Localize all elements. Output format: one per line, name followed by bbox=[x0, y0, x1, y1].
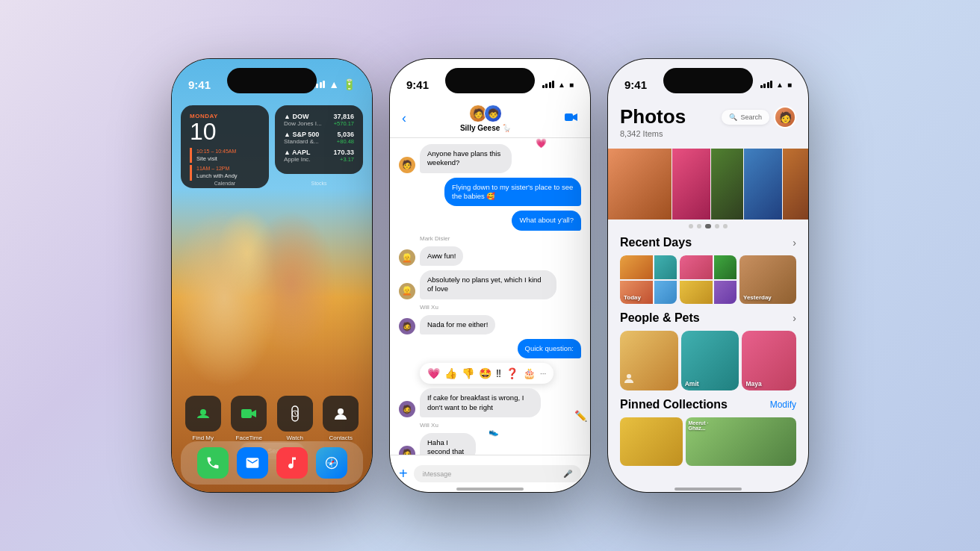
recent-days-title: Recent Days bbox=[620, 236, 692, 249]
recent-multi-2[interactable] bbox=[680, 255, 736, 304]
mic-button[interactable]: 🎤 bbox=[563, 470, 572, 478]
people-pets-arrow[interactable]: › bbox=[793, 312, 796, 324]
phone-home: 9:41 ▲ 🔋 MONDAY 10 bbox=[172, 59, 372, 492]
back-button[interactable]: ‹ bbox=[402, 110, 406, 126]
pinned-1[interactable] bbox=[620, 417, 683, 466]
photos-search-button[interactable]: 🔍 Search bbox=[722, 110, 769, 125]
emoji-wow[interactable]: 🤩 bbox=[479, 367, 491, 379]
pinned-row: Meerut ·Ghaz... bbox=[620, 417, 796, 466]
sender-name-2: Will Xu bbox=[420, 304, 581, 311]
hero-photo-2 bbox=[672, 149, 710, 220]
tapback-1: 💗 bbox=[536, 138, 547, 149]
avatar-will2: 🧔 bbox=[399, 401, 415, 417]
avatar-will3: 🧔 bbox=[399, 446, 415, 455]
imessage-input[interactable]: iMessage 🎤 bbox=[414, 465, 581, 482]
sender-name-3: Will Xu bbox=[420, 422, 581, 429]
avatar-msg1: 🧑 bbox=[399, 157, 415, 173]
emoji-cake[interactable]: 🎂 bbox=[523, 367, 536, 379]
calendar-widget[interactable]: MONDAY 10 10:15 – 10:45AM Site visit 11A… bbox=[181, 105, 269, 188]
svg-rect-1 bbox=[241, 409, 252, 418]
status-time-home: 9:41 bbox=[188, 78, 211, 91]
mini-5 bbox=[680, 255, 713, 279]
messages-body: 🧑 Anyone have plans this weekend? 💗 Flyi… bbox=[390, 138, 590, 455]
msg-row-4: 👱 Aww fun! bbox=[399, 246, 581, 266]
recent-days-grid: Today Yesterday bbox=[620, 255, 796, 304]
mini-8 bbox=[714, 281, 736, 305]
people-amit[interactable]: Amit bbox=[681, 331, 739, 390]
bubble-wrapper-9: Haha I second that 👟 bbox=[420, 433, 494, 455]
dock-mail[interactable] bbox=[237, 447, 268, 479]
dock-safari[interactable] bbox=[316, 447, 347, 479]
hero-photo-3 bbox=[711, 149, 743, 220]
signal-icon-msg bbox=[542, 81, 555, 88]
recent-today[interactable]: Today bbox=[620, 255, 677, 304]
wifi-icon: ▲ bbox=[329, 78, 339, 90]
dock-music[interactable] bbox=[276, 447, 308, 479]
emoji-question[interactable]: ❓ bbox=[506, 367, 518, 379]
emoji-thumbsdown[interactable]: 👎 bbox=[462, 367, 474, 379]
cal-event-1: 10:15 – 10:45AM Site visit bbox=[190, 148, 260, 163]
modify-button[interactable]: Modify bbox=[770, 399, 796, 410]
group-people-icon bbox=[623, 373, 635, 387]
signal-icon-photos bbox=[760, 81, 773, 88]
svg-point-5 bbox=[338, 408, 344, 414]
bubble-wrapper-1: Anyone have plans this weekend? 💗 bbox=[420, 144, 542, 173]
stocks-label: Stocks bbox=[275, 181, 363, 188]
mini-4 bbox=[654, 281, 677, 305]
people-pets-header: People & Pets › bbox=[620, 311, 796, 325]
people-grid: Amit Maya bbox=[620, 331, 796, 390]
emoji-more[interactable]: ··· bbox=[540, 370, 546, 378]
msg-row-1: 🧑 Anyone have plans this weekend? 💗 bbox=[399, 144, 581, 173]
bubble-5: Absolutely no plans yet, which I kind of… bbox=[420, 270, 556, 299]
app-contacts[interactable]: Contacts bbox=[322, 396, 361, 441]
bubble-2: Flying down to my sister's place to see … bbox=[444, 178, 581, 207]
avatar-mark: 👱 bbox=[399, 249, 415, 266]
avatar-mark2: 👱 bbox=[399, 283, 415, 299]
emoji-exclaim[interactable]: ‼️ bbox=[496, 367, 501, 379]
maya-name: Maya bbox=[745, 380, 761, 387]
stocks-widget[interactable]: ▲ DOW Dow Jones I... 37,816 +570.17 bbox=[275, 105, 363, 188]
recent-multi2-inner bbox=[680, 255, 736, 304]
messages-header: ‹ 🧑 🧒 Silly Geese 🪿 bbox=[390, 99, 590, 138]
messages-plus-button[interactable]: + bbox=[399, 465, 408, 482]
wifi-photos: ▲ bbox=[776, 81, 784, 89]
profile-avatar[interactable]: 🧑 bbox=[774, 106, 796, 128]
imessage-placeholder: iMessage bbox=[423, 470, 452, 478]
bubble-9: Haha I second that bbox=[420, 433, 476, 455]
msg-row-3: What about y'all? bbox=[399, 211, 581, 230]
pinned-2[interactable]: Meerut ·Ghaz... bbox=[686, 417, 796, 466]
dynamic-island bbox=[227, 68, 317, 93]
app-watch[interactable]: Watch bbox=[276, 396, 314, 441]
group-name: Silly Geese 🪿 bbox=[460, 124, 511, 132]
messages-input-bar: + iMessage 🎤 bbox=[390, 455, 590, 492]
people-group-card[interactable] bbox=[620, 331, 678, 390]
app-findmy[interactable]: Find My bbox=[184, 396, 223, 441]
stock-sp500: ▲ S&P 500 Standard &... 5,036 +80.48 bbox=[284, 131, 354, 145]
video-call-button[interactable] bbox=[565, 112, 578, 125]
widgets-row: MONDAY 10 10:15 – 10:45AM Site visit 11A… bbox=[181, 105, 363, 188]
recent-days-header: Recent Days › bbox=[620, 236, 796, 249]
people-maya[interactable]: Maya bbox=[742, 331, 796, 390]
dynamic-island-photos bbox=[663, 68, 753, 93]
emoji-heart[interactable]: 💗 bbox=[427, 367, 440, 379]
recent-days-arrow[interactable]: › bbox=[793, 237, 796, 249]
photos-title: Photos bbox=[620, 105, 686, 128]
svg-point-0 bbox=[200, 409, 206, 415]
recent-yesterday[interactable]: Yesterday bbox=[739, 255, 796, 304]
dock-phone[interactable] bbox=[197, 447, 229, 479]
msg-row-5: 👱 Absolutely no plans yet, which I kind … bbox=[399, 270, 581, 299]
emoji-thumbsup[interactable]: 👍 bbox=[444, 367, 457, 379]
bubble-4: Aww fun! bbox=[420, 246, 463, 266]
dynamic-island-msg bbox=[445, 68, 535, 93]
app-facetime[interactable]: FaceTime bbox=[230, 396, 269, 441]
mini-6 bbox=[714, 255, 736, 279]
status-icons-msg: ▲ ■ bbox=[542, 81, 574, 89]
msg-row-2: Flying down to my sister's place to see … bbox=[399, 178, 581, 207]
photos-count: 8,342 Items bbox=[620, 129, 796, 138]
bubble-8: If cake for breakfast is wrong, I don't … bbox=[420, 388, 541, 417]
svg-rect-11 bbox=[565, 113, 573, 121]
stock-dow: ▲ DOW Dow Jones I... 37,816 +570.17 bbox=[284, 113, 354, 127]
app-findmy-label: Find My bbox=[193, 435, 214, 441]
emoji-tapback-bar[interactable]: 💗 👍 👎 🤩 ‼️ ❓ 🎂 ··· bbox=[420, 363, 553, 384]
status-time-messages: 9:41 bbox=[406, 78, 429, 91]
